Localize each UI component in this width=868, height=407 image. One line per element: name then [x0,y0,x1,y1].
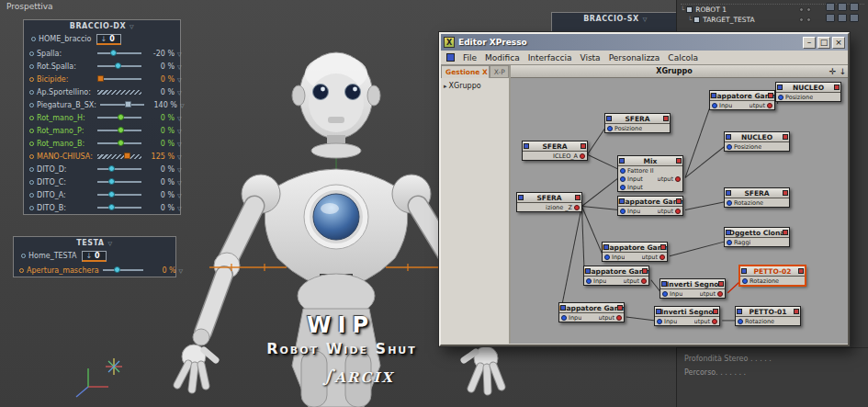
output-port[interactable]: utput [694,318,717,325]
input-port[interactable]: Posizione [727,143,761,151]
input-port[interactable]: Input [620,175,643,183]
inputs-corner-icon[interactable] [737,309,742,314]
input-port[interactable]: Inpu [662,290,682,298]
outputs-corner-icon[interactable] [783,134,788,140]
inputs-corner-icon[interactable] [524,143,529,149]
outputs-corner-icon[interactable] [718,281,724,287]
collapse-arrow-icon[interactable]: ▽ [108,240,113,246]
output-port[interactable]: izione _Z [546,204,580,211]
menu-calcola[interactable]: Calcola [668,53,698,62]
node-mix[interactable]: Mix Fattore Il Inpututput Input [617,155,683,192]
visibility-dots-icon[interactable] [799,17,811,22]
outputs-corner-icon[interactable] [713,309,718,314]
slider-track[interactable] [100,104,144,106]
collapse-arrow-icon[interactable]: ▽ [177,76,182,83]
node-inverti-segno[interactable]: Inverti Segno Inpuutput [654,306,720,326]
inputs-corner-icon[interactable] [619,158,625,164]
slider-track[interactable] [97,142,141,144]
outputs-corner-icon[interactable] [676,158,682,164]
output-port[interactable]: utput [658,175,681,183]
inputs-corner-icon[interactable] [726,134,731,140]
output-port[interactable]: utput [624,277,647,285]
outputs-corner-icon[interactable] [581,143,586,149]
window-titlebar[interactable]: X Editor XPresso – □ × [441,34,848,51]
node-oggetto-clona[interactable]: Oggetto Clona Raggi [724,227,790,247]
slider-track[interactable] [103,269,143,271]
output-port[interactable]: utput [658,208,681,215]
visibility-dots-icon[interactable] [799,7,811,12]
outputs-corner-icon[interactable] [783,190,788,196]
tree-item-xgruppo[interactable]: XGruppo [449,82,481,90]
input-port[interactable]: Rotazione [742,277,779,285]
attribute-row[interactable]: Percorso. . . . . . . [684,368,862,382]
node-canvas[interactable]: SFERA Posizione SFERA ICLEO_A Mix Fattor… [511,78,848,344]
collapse-arrow-icon[interactable]: ▽ [130,23,134,29]
robot-head[interactable] [292,52,380,139]
outputs-corner-icon[interactable] [794,309,799,314]
input-port[interactable]: Posizione [607,125,642,132]
node-petto-01[interactable]: PETTO-01 Rotazione [735,306,801,326]
output-port[interactable]: utput [599,314,622,322]
collapse-arrow-icon[interactable]: ▽ [177,128,182,134]
menu-file[interactable]: File [463,53,477,62]
slider-track[interactable] [97,78,141,80]
collapse-arrow-icon[interactable]: ▽ [177,166,182,173]
collapse-arrow-icon[interactable]: ▽ [177,141,182,147]
menu-modifica[interactable]: Modifica [485,53,520,62]
om-icon-grid[interactable] [826,3,864,22]
maximize-button[interactable]: □ [817,37,830,49]
input-port[interactable]: Raggi [727,239,750,246]
close-button[interactable]: × [832,37,845,49]
input-port[interactable]: Inpu [712,102,732,109]
node-sfera-posizione-z[interactable]: SFERA izione _Z [516,192,582,212]
menu-vista[interactable]: Vista [580,53,600,62]
light-object-icon[interactable] [106,358,122,375]
inputs-corner-icon[interactable] [726,230,731,235]
home-value-box[interactable]: ↓0 [82,251,106,262]
slider-track[interactable] [97,168,141,170]
slider-track[interactable] [97,207,141,209]
group-header[interactable]: . XGruppo ✛ ↓ [511,65,848,78]
tab-gestione-x[interactable]: Gestione X [441,65,490,78]
minimize-button[interactable]: – [803,37,816,49]
node-mappatore-gamma[interactable]: Mappatore Gamm Inpuutput [709,90,775,110]
collapse-arrow-icon[interactable]: ▽ [177,179,182,186]
collapse-arrow-icon[interactable]: ▽ [177,115,182,121]
outputs-corner-icon[interactable] [663,116,669,121]
output-port[interactable]: utput [642,254,665,261]
output-port[interactable]: ICLEO_A [553,153,585,160]
output-port[interactable]: utput [700,290,723,298]
viewport-menu-label[interactable]: Prospettiva [6,2,53,11]
output-port[interactable]: utput [750,102,772,109]
input-port[interactable]: Inpu [620,208,640,215]
collapse-arrow-icon[interactable]: ▽ [177,205,182,211]
tab-x-pool[interactable]: X-P [490,65,509,78]
collapse-arrow-icon[interactable]: ▽ [177,89,182,96]
inputs-corner-icon[interactable] [619,198,625,204]
outputs-corner-icon[interactable] [783,230,788,235]
input-port[interactable]: Rotazione [727,199,763,207]
input-port[interactable]: Posizione [778,94,813,101]
slider-track[interactable] [97,181,141,183]
outputs-corner-icon[interactable] [642,268,648,274]
collapse-arrow-icon[interactable]: ▽ [177,63,182,70]
menu-interfaccia[interactable]: Interfaccia [528,53,572,62]
node-petto-02-selected[interactable]: PETTO-02 Rotazione [739,266,806,286]
pan-icon[interactable]: ✛ [828,67,838,76]
outputs-corner-icon[interactable] [617,305,623,311]
input-port[interactable]: Inpu [561,314,581,322]
inputs-corner-icon[interactable] [741,268,747,274]
slider-track[interactable] [97,194,141,196]
outputs-corner-icon[interactable] [660,244,666,250]
outputs-corner-icon[interactable] [798,268,804,274]
input-port[interactable]: Fattore Il [620,167,654,175]
input-port[interactable]: Rotazione [738,318,774,325]
slider-track[interactable] [97,65,141,67]
zoom-icon[interactable]: ↓ [838,67,848,76]
attribute-row[interactable]: Profondità Stereo . . . . . [684,355,862,368]
node-mappatore-gamma[interactable]: Mappatore Gamma Inpuutput [617,196,683,216]
node-sfera-rotazione[interactable]: SFERA Rotazione [724,187,790,208]
outputs-corner-icon[interactable] [676,198,682,204]
slider-track[interactable] [97,130,141,131]
slider-track[interactable] [97,90,141,95]
